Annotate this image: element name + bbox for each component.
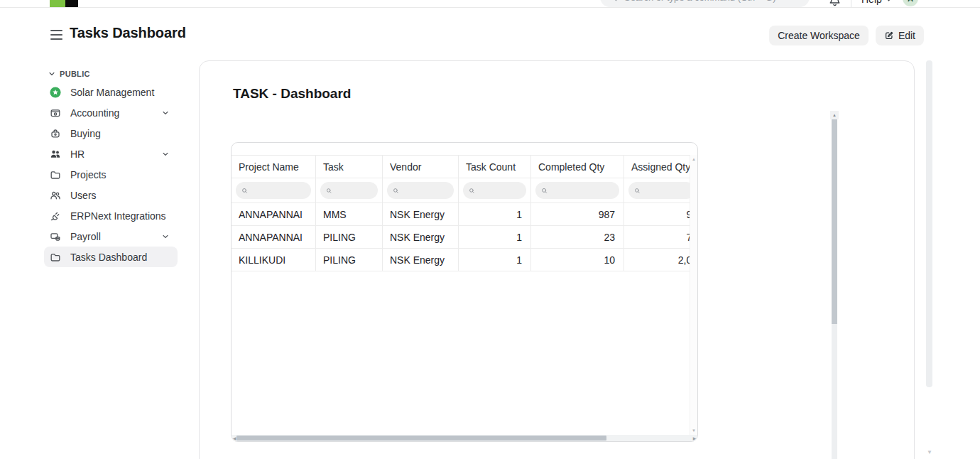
filter-input-project-name[interactable] [251,185,305,196]
avatar-letter: A [908,0,913,3]
folder-icon [50,169,61,180]
notifications-bell-icon[interactable] [829,0,841,7]
cell-vendor: NSK Energy [383,249,459,271]
tasks-table-widget: Project Name Task Vendor Task Count Comp… [231,142,698,442]
search-icon [469,187,475,195]
cell-assigned-qty: 78 [624,226,698,248]
frame-scroll-thumb[interactable] [832,119,837,324]
search-icon [634,187,641,195]
table-vertical-scrollbar[interactable]: ▲ ▼ [690,155,697,435]
column-header-vendor[interactable]: Vendor [383,156,459,178]
cell-task: MMS [316,203,383,225]
cash-box-icon [50,107,61,119]
app-logo[interactable] [50,0,78,7]
edit-pencil-icon [884,31,894,40]
edit-button[interactable]: Edit [876,26,924,45]
page-title: Tasks Dashboard [70,25,186,41]
filter-input-task-count[interactable] [479,185,521,196]
chevron-down-icon[interactable] [162,109,169,117]
cell-assigned-qty: 98 [624,203,698,225]
page-header: Tasks Dashboard Create Workspace Edit [0,21,980,50]
sidebar-toggle-icon[interactable] [50,30,62,40]
scroll-up-arrow-icon[interactable]: ▲ [830,111,839,119]
cell-project-name: ANNAPANNAI [232,203,316,225]
top-navbar: Help A [0,0,980,8]
users-filled-icon [50,148,61,160]
cell-task-count: 1 [459,203,531,225]
scroll-down-arrow-icon[interactable]: ▼ [692,428,696,433]
horizontal-scroll-thumb[interactable] [236,436,606,441]
sidebar-item-payroll[interactable]: Payroll [44,226,178,247]
search-icon [326,187,332,195]
global-search[interactable] [600,0,810,7]
cell-task-count: 1 [459,226,531,248]
folder-icon [50,252,61,263]
card-coins-icon [50,231,61,242]
sidebar-item-tasks-dashboard[interactable]: Tasks Dashboard [44,247,178,267]
sidebar-item-erpnext-integrations[interactable]: ERPNext Integrations [44,205,178,226]
workspace-content-card: TASK - Dashboard Project Name Task Vendo… [199,60,915,459]
user-avatar[interactable]: A [903,0,918,6]
cell-vendor: NSK Energy [383,203,459,225]
cell-assigned-qty: 2,00 [624,249,698,271]
cell-completed-qty: 987 [531,203,624,225]
filter-input-completed-qty[interactable] [551,185,614,196]
sidebar-item-users[interactable]: Users [44,185,178,205]
cell-project-name: ANNAPANNAI [232,226,316,248]
scroll-up-arrow-icon[interactable]: ▲ [692,157,696,161]
dashboard-heading: TASK - Dashboard [233,86,351,102]
chevron-down-icon[interactable] [162,151,169,158]
table-row[interactable]: ANNAPANNAI PILING NSK Energy 1 23 78 [232,226,698,249]
chevron-down-icon[interactable] [162,233,169,240]
help-label: Help [861,0,882,5]
plug-icon [50,210,61,222]
column-header-task[interactable]: Task [316,156,383,178]
star-circle-icon [50,87,61,98]
header-actions: Create Workspace Edit [769,26,924,45]
sidebar-item-buying[interactable]: Buying [44,123,178,144]
table-horizontal-scrollbar[interactable]: ◀ ▶ [232,435,697,441]
bag-icon [50,128,61,139]
cell-task: PILING [316,226,383,248]
create-workspace-button[interactable]: Create Workspace [769,26,869,45]
table-row[interactable]: ANNAPANNAI MMS NSK Energy 1 987 98 [232,203,698,226]
help-dropdown[interactable]: Help [861,0,892,8]
column-header-completed-qty[interactable]: Completed Qty [531,156,624,178]
column-header-assigned-qty[interactable]: Assigned Qty [624,156,698,178]
chevron-down-icon [886,0,892,3]
sidebar-item-solar-management[interactable]: Solar Management [44,82,178,102]
sidebar-item-projects[interactable]: Projects [44,164,178,185]
cell-task: PILING [316,249,383,271]
page-scroll-thumb[interactable] [926,60,932,387]
filter-input-vendor[interactable] [403,185,448,196]
table-header-row: Project Name Task Vendor Task Count Comp… [232,155,698,178]
sidebar-item-hr[interactable]: HR [44,144,178,164]
cell-completed-qty: 23 [531,226,624,248]
global-search-input[interactable] [623,0,802,4]
table-filter-row [232,178,698,203]
navbar-divider [851,0,851,8]
chevron-down-icon [48,70,55,77]
filter-input-assigned-qty[interactable] [644,185,689,196]
cell-vendor: NSK Energy [383,226,459,248]
sidebar-section-public[interactable]: PUBLIC [44,66,179,82]
search-icon [608,0,618,2]
column-header-task-count[interactable]: Task Count [459,156,531,178]
cell-task-count: 1 [459,249,531,271]
workspace-sidebar: PUBLIC Solar Management Accounting Buyin… [44,66,179,267]
filter-input-task[interactable] [336,185,372,196]
logo-green-block [50,0,65,7]
table-row[interactable]: KILLIKUDI PILING NSK Energy 1 10 2,00 [232,249,698,271]
search-icon [541,187,548,195]
sidebar-item-accounting[interactable]: Accounting [44,102,178,123]
users-outline-icon [50,190,61,201]
scroll-right-arrow-icon[interactable]: ▶ [692,435,697,441]
cell-project-name: KILLIKUDI [232,249,316,271]
cell-completed-qty: 10 [531,249,624,271]
search-icon [241,187,248,195]
frame-vertical-scrollbar[interactable]: ▲ [830,111,839,459]
search-icon [393,187,399,195]
scroll-down-arrow-icon[interactable]: ▼ [927,449,932,455]
column-header-project-name[interactable]: Project Name [232,156,316,178]
